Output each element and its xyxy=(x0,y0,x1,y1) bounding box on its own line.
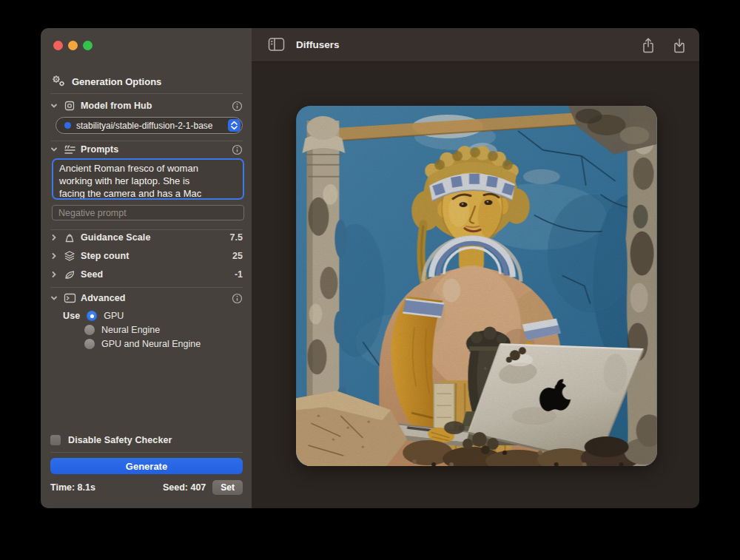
cpu-icon xyxy=(63,100,76,112)
sidebar-header: Generation Options xyxy=(50,74,161,89)
checkbox-unchecked-icon[interactable] xyxy=(50,435,61,445)
divider xyxy=(50,93,243,94)
chevron-right-icon[interactable] xyxy=(50,234,58,241)
window-title: Diffusers xyxy=(296,39,340,50)
section-label: Advanced xyxy=(81,293,126,303)
radio-label: GPU xyxy=(104,311,124,321)
generation-options-sidebar: Generation Options Model from Hub xyxy=(41,28,252,508)
safety-checkbox-row[interactable]: Disable Safety Checker xyxy=(50,434,243,446)
info-icon[interactable] xyxy=(232,144,243,155)
model-status-dot xyxy=(64,122,71,129)
info-icon[interactable] xyxy=(232,101,243,112)
time-status: Time: 8.1s xyxy=(50,482,95,493)
chevron-right-icon[interactable] xyxy=(50,252,58,260)
section-advanced[interactable]: Advanced xyxy=(50,291,243,305)
model-dropdown-value: stabilityai/stable-diffusion-2-1-base xyxy=(76,121,213,131)
scale-weight-icon xyxy=(63,232,76,243)
text-quote-icon xyxy=(63,144,76,155)
negative-prompt-placeholder: Negative prompt xyxy=(58,208,127,218)
radio-unselected-icon[interactable] xyxy=(84,339,95,349)
chevron-right-icon[interactable] xyxy=(50,271,58,278)
model-dropdown[interactable]: stabilityai/stable-diffusion-2-1-base xyxy=(56,117,243,134)
radio-unselected-icon[interactable] xyxy=(84,325,95,335)
radio-option-gpu-and-neural-engine[interactable]: GPU and Neural Engine xyxy=(84,338,243,350)
param-row-seed[interactable]: Seed -1 xyxy=(50,268,243,281)
radio-option-neural-engine[interactable]: Neural Engine xyxy=(84,324,243,336)
generate-button[interactable]: Generate xyxy=(50,458,243,474)
param-label: Seed xyxy=(81,269,103,280)
main-pane: Diffusers xyxy=(252,28,699,508)
sidebar-title: Generation Options xyxy=(72,76,161,87)
param-label: Guidance Scale xyxy=(81,232,151,243)
radio-selected-icon[interactable] xyxy=(87,311,97,321)
chevron-down-icon[interactable] xyxy=(50,294,58,302)
radio-label: Neural Engine xyxy=(101,325,160,335)
checkbox-label: Disable Safety Checker xyxy=(68,435,172,445)
sidebar-toggle-icon[interactable] xyxy=(268,37,285,52)
fresco-artwork xyxy=(296,106,657,466)
param-row-guidance-scale[interactable]: Guidance Scale 7.5 xyxy=(50,231,243,244)
seed-status: Seed: 407 xyxy=(163,482,206,493)
divider xyxy=(50,229,243,230)
dropdown-stepper-icon[interactable] xyxy=(228,119,240,132)
divider xyxy=(50,452,243,453)
param-value: 7.5 xyxy=(230,232,243,243)
close-button[interactable] xyxy=(53,41,63,50)
radio-label: GPU and Neural Engine xyxy=(101,339,201,349)
section-label: Prompts xyxy=(81,144,118,155)
app-window: Generation Options Model from Hub xyxy=(41,28,699,508)
negative-prompt-input[interactable]: Negative prompt xyxy=(52,205,244,220)
section-model-from-hub[interactable]: Model from Hub xyxy=(50,99,243,112)
status-bar: Time: 8.1s Seed: 407 Set xyxy=(50,480,243,495)
param-label: Step count xyxy=(81,251,130,261)
param-value: 25 xyxy=(232,251,243,261)
use-label: Use xyxy=(63,311,80,321)
section-prompts[interactable]: Prompts xyxy=(50,143,243,156)
generated-image[interactable] xyxy=(296,106,657,466)
set-seed-button[interactable]: Set xyxy=(212,480,243,495)
section-label: Model from Hub xyxy=(81,101,152,111)
layers-icon xyxy=(63,250,76,262)
prompt-text: Ancient Roman fresco of woman working wi… xyxy=(59,162,216,200)
maximize-button[interactable] xyxy=(83,41,92,50)
divider xyxy=(50,287,243,288)
radio-option-gpu[interactable]: Use GPU xyxy=(63,310,243,322)
titlebar: Diffusers xyxy=(252,28,699,62)
info-icon[interactable] xyxy=(232,293,243,304)
leaf-icon xyxy=(63,269,76,280)
terminal-icon xyxy=(63,293,76,303)
share-icon[interactable] xyxy=(641,37,656,54)
download-icon[interactable] xyxy=(672,37,687,54)
desktop-background: Generation Options Model from Hub xyxy=(0,0,740,560)
chevron-down-icon[interactable] xyxy=(50,102,58,109)
chevron-down-icon[interactable] xyxy=(50,146,58,153)
divider xyxy=(50,141,243,141)
gears-icon xyxy=(50,74,66,90)
prompt-textarea[interactable]: Ancient Roman fresco of woman working wi… xyxy=(52,158,244,200)
param-value: -1 xyxy=(235,269,243,280)
minimize-button[interactable] xyxy=(68,41,78,50)
param-row-step-count[interactable]: Step count 25 xyxy=(50,249,243,263)
